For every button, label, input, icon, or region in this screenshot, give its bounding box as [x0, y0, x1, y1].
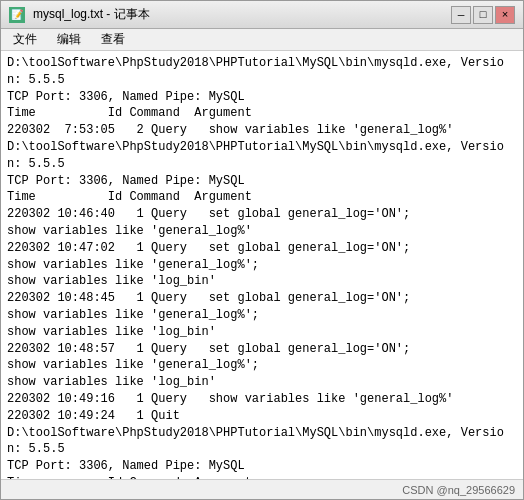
maximize-button[interactable]: □	[473, 6, 493, 24]
notepad-window: 📝 mysql_log.txt - 记事本 — □ × 文件 编辑 查看 D:\…	[0, 0, 524, 500]
log-line: show variables like 'general_log%'	[7, 223, 517, 240]
menu-edit[interactable]: 编辑	[49, 29, 89, 50]
log-line: TCP Port: 3306, Named Pipe: MySQL	[7, 89, 517, 106]
log-line: show variables like 'general_log%';	[7, 257, 517, 274]
log-line: TCP Port: 3306, Named Pipe: MySQL	[7, 173, 517, 190]
log-line: D:\toolSoftware\PhpStudy2018\PHPTutorial…	[7, 139, 517, 173]
log-line: D:\toolSoftware\PhpStudy2018\PHPTutorial…	[7, 425, 517, 459]
log-line: show variables like 'log_bin'	[7, 374, 517, 391]
log-line-header: Time Id Command Argument	[7, 189, 517, 206]
log-line: 220302 10:47:02 1 Query set global gener…	[7, 240, 517, 257]
minimize-button[interactable]: —	[451, 6, 471, 24]
log-line-header: Time Id Command Argument	[7, 105, 517, 122]
log-line: 220302 10:48:57 1 Query set global gener…	[7, 341, 517, 358]
log-line: show variables like 'general_log%';	[7, 307, 517, 324]
window-title: mysql_log.txt - 记事本	[33, 6, 443, 23]
close-button[interactable]: ×	[495, 6, 515, 24]
status-bar: CSDN @nq_29566629	[1, 479, 523, 499]
menu-file[interactable]: 文件	[5, 29, 45, 50]
log-line: D:\toolSoftware\PhpStudy2018\PHPTutorial…	[7, 55, 517, 89]
menu-bar: 文件 编辑 查看	[1, 29, 523, 51]
title-bar: 📝 mysql_log.txt - 记事本 — □ ×	[1, 1, 523, 29]
log-line: 220302 10:49:16 1 Query show variables l…	[7, 391, 517, 408]
log-line: show variables like 'general_log%';	[7, 357, 517, 374]
log-line: 220302 10:46:40 1 Query set global gener…	[7, 206, 517, 223]
log-line: 220302 7:53:05 2 Query show variables li…	[7, 122, 517, 139]
status-text: CSDN @nq_29566629	[402, 484, 515, 496]
window-controls: — □ ×	[451, 6, 515, 24]
log-line: 220302 10:48:45 1 Query set global gener…	[7, 290, 517, 307]
menu-view[interactable]: 查看	[93, 29, 133, 50]
log-line: TCP Port: 3306, Named Pipe: MySQL	[7, 458, 517, 475]
app-icon: 📝	[9, 7, 25, 23]
text-content[interactable]: D:\toolSoftware\PhpStudy2018\PHPTutorial…	[1, 51, 523, 479]
log-line: show variables like 'log_bin'	[7, 324, 517, 341]
log-line: 220302 10:49:24 1 Quit	[7, 408, 517, 425]
log-line: show variables like 'log_bin'	[7, 273, 517, 290]
